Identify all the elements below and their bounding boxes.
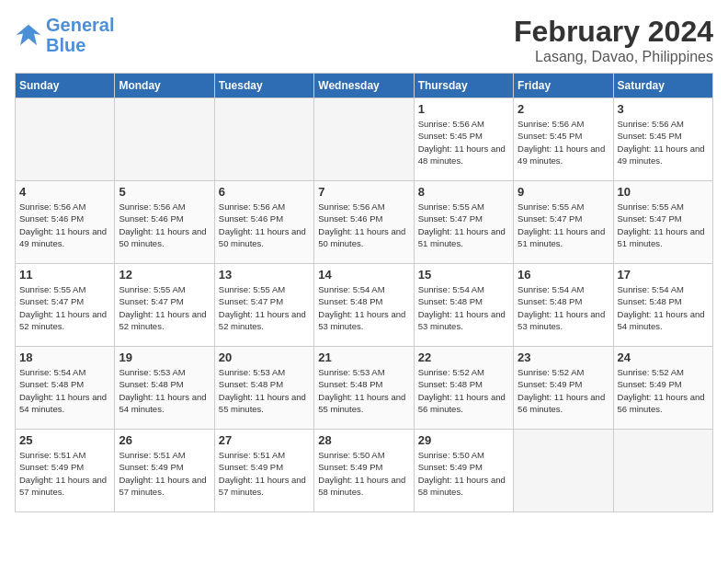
day-info: Sunrise: 5:56 AMSunset: 5:45 PMDaylight:… bbox=[518, 118, 609, 167]
day-number: 13 bbox=[219, 268, 310, 282]
month-year-title: February 2024 bbox=[514, 15, 713, 49]
day-number: 17 bbox=[618, 268, 709, 282]
day-number: 5 bbox=[119, 185, 210, 199]
calendar-cell: 20Sunrise: 5:53 AMSunset: 5:48 PMDayligh… bbox=[214, 347, 313, 430]
calendar-week-row: 1Sunrise: 5:56 AMSunset: 5:45 PMDaylight… bbox=[16, 98, 713, 181]
logo-icon bbox=[15, 21, 42, 49]
day-number: 25 bbox=[19, 433, 110, 447]
day-info: Sunrise: 5:51 AMSunset: 5:49 PMDaylight:… bbox=[219, 449, 310, 498]
calendar-cell: 14Sunrise: 5:54 AMSunset: 5:48 PMDayligh… bbox=[314, 264, 414, 347]
day-info: Sunrise: 5:56 AMSunset: 5:45 PMDaylight:… bbox=[418, 118, 509, 167]
logo-text: General Blue bbox=[46, 15, 114, 55]
day-info: Sunrise: 5:55 AMSunset: 5:47 PMDaylight:… bbox=[518, 201, 609, 249]
calendar-cell bbox=[115, 98, 214, 181]
weekday-header-sunday: Sunday bbox=[16, 74, 115, 98]
day-number: 4 bbox=[19, 185, 110, 199]
calendar-cell: 21Sunrise: 5:53 AMSunset: 5:48 PMDayligh… bbox=[314, 347, 414, 430]
page-header: General Blue February 2024 Lasang, Davao… bbox=[15, 15, 713, 65]
title-area: February 2024 Lasang, Davao, Philippines bbox=[514, 15, 713, 65]
day-info: Sunrise: 5:54 AMSunset: 5:48 PMDaylight:… bbox=[19, 366, 110, 415]
day-number: 11 bbox=[19, 268, 110, 282]
weekday-header-monday: Monday bbox=[115, 74, 214, 98]
day-info: Sunrise: 5:52 AMSunset: 5:49 PMDaylight:… bbox=[518, 366, 609, 415]
calendar-week-row: 18Sunrise: 5:54 AMSunset: 5:48 PMDayligh… bbox=[16, 347, 713, 430]
day-info: Sunrise: 5:54 AMSunset: 5:48 PMDaylight:… bbox=[418, 283, 509, 332]
day-number: 16 bbox=[518, 268, 609, 282]
calendar-table: SundayMondayTuesdayWednesdayThursdayFrid… bbox=[15, 73, 713, 512]
day-info: Sunrise: 5:50 AMSunset: 5:49 PMDaylight:… bbox=[418, 449, 509, 498]
calendar-cell: 18Sunrise: 5:54 AMSunset: 5:48 PMDayligh… bbox=[16, 347, 115, 430]
day-info: Sunrise: 5:56 AMSunset: 5:45 PMDaylight:… bbox=[618, 118, 709, 167]
weekday-header-row: SundayMondayTuesdayWednesdayThursdayFrid… bbox=[16, 74, 713, 98]
day-info: Sunrise: 5:52 AMSunset: 5:48 PMDaylight:… bbox=[418, 366, 509, 415]
day-number: 10 bbox=[618, 185, 709, 199]
day-number: 24 bbox=[618, 350, 709, 364]
calendar-cell: 19Sunrise: 5:53 AMSunset: 5:48 PMDayligh… bbox=[115, 347, 214, 430]
day-number: 6 bbox=[219, 185, 310, 199]
day-number: 20 bbox=[219, 350, 310, 364]
weekday-header-friday: Friday bbox=[514, 74, 613, 98]
day-number: 28 bbox=[318, 433, 409, 447]
calendar-cell: 17Sunrise: 5:54 AMSunset: 5:48 PMDayligh… bbox=[613, 264, 712, 347]
calendar-cell bbox=[214, 98, 313, 181]
day-info: Sunrise: 5:56 AMSunset: 5:46 PMDaylight:… bbox=[318, 201, 409, 249]
day-info: Sunrise: 5:53 AMSunset: 5:48 PMDaylight:… bbox=[219, 366, 310, 415]
calendar-week-row: 11Sunrise: 5:55 AMSunset: 5:47 PMDayligh… bbox=[16, 264, 713, 347]
calendar-cell: 7Sunrise: 5:56 AMSunset: 5:46 PMDaylight… bbox=[314, 181, 414, 264]
calendar-cell: 2Sunrise: 5:56 AMSunset: 5:45 PMDaylight… bbox=[514, 98, 613, 181]
day-number: 23 bbox=[518, 350, 609, 364]
day-number: 22 bbox=[418, 350, 509, 364]
day-number: 12 bbox=[119, 268, 210, 282]
calendar-cell: 29Sunrise: 5:50 AMSunset: 5:49 PMDayligh… bbox=[414, 430, 513, 512]
calendar-cell: 10Sunrise: 5:55 AMSunset: 5:47 PMDayligh… bbox=[613, 181, 712, 264]
weekday-header-thursday: Thursday bbox=[414, 74, 513, 98]
day-info: Sunrise: 5:54 AMSunset: 5:48 PMDaylight:… bbox=[618, 283, 709, 332]
calendar-header: SundayMondayTuesdayWednesdayThursdayFrid… bbox=[16, 74, 713, 98]
calendar-cell: 13Sunrise: 5:55 AMSunset: 5:47 PMDayligh… bbox=[214, 264, 313, 347]
calendar-body: 1Sunrise: 5:56 AMSunset: 5:45 PMDaylight… bbox=[16, 98, 713, 512]
day-info: Sunrise: 5:53 AMSunset: 5:48 PMDaylight:… bbox=[119, 366, 210, 415]
calendar-cell: 28Sunrise: 5:50 AMSunset: 5:49 PMDayligh… bbox=[314, 430, 414, 512]
calendar-cell bbox=[514, 430, 613, 512]
day-number: 14 bbox=[318, 268, 409, 282]
calendar-week-row: 4Sunrise: 5:56 AMSunset: 5:46 PMDaylight… bbox=[16, 181, 713, 264]
weekday-header-wednesday: Wednesday bbox=[314, 74, 414, 98]
day-info: Sunrise: 5:51 AMSunset: 5:49 PMDaylight:… bbox=[19, 449, 110, 498]
day-number: 2 bbox=[518, 102, 609, 116]
day-number: 1 bbox=[418, 102, 509, 116]
calendar-cell: 9Sunrise: 5:55 AMSunset: 5:47 PMDaylight… bbox=[514, 181, 613, 264]
calendar-cell: 27Sunrise: 5:51 AMSunset: 5:49 PMDayligh… bbox=[214, 430, 313, 512]
day-number: 8 bbox=[418, 185, 509, 199]
calendar-cell: 25Sunrise: 5:51 AMSunset: 5:49 PMDayligh… bbox=[16, 430, 115, 512]
calendar-cell: 12Sunrise: 5:55 AMSunset: 5:47 PMDayligh… bbox=[115, 264, 214, 347]
day-info: Sunrise: 5:55 AMSunset: 5:47 PMDaylight:… bbox=[119, 283, 210, 332]
day-info: Sunrise: 5:56 AMSunset: 5:46 PMDaylight:… bbox=[119, 201, 210, 249]
calendar-cell: 24Sunrise: 5:52 AMSunset: 5:49 PMDayligh… bbox=[613, 347, 712, 430]
day-number: 19 bbox=[119, 350, 210, 364]
calendar-cell bbox=[613, 430, 712, 512]
day-number: 26 bbox=[119, 433, 210, 447]
weekday-header-tuesday: Tuesday bbox=[214, 74, 313, 98]
weekday-header-saturday: Saturday bbox=[613, 74, 712, 98]
day-number: 3 bbox=[618, 102, 709, 116]
day-info: Sunrise: 5:55 AMSunset: 5:47 PMDaylight:… bbox=[618, 201, 709, 249]
day-info: Sunrise: 5:50 AMSunset: 5:49 PMDaylight:… bbox=[318, 449, 409, 498]
location-subtitle: Lasang, Davao, Philippines bbox=[514, 49, 713, 65]
calendar-cell: 3Sunrise: 5:56 AMSunset: 5:45 PMDaylight… bbox=[613, 98, 712, 181]
calendar-cell: 23Sunrise: 5:52 AMSunset: 5:49 PMDayligh… bbox=[514, 347, 613, 430]
day-number: 29 bbox=[418, 433, 509, 447]
calendar-cell: 22Sunrise: 5:52 AMSunset: 5:48 PMDayligh… bbox=[414, 347, 513, 430]
day-number: 7 bbox=[318, 185, 409, 199]
calendar-cell: 8Sunrise: 5:55 AMSunset: 5:47 PMDaylight… bbox=[414, 181, 513, 264]
day-number: 15 bbox=[418, 268, 509, 282]
calendar-cell: 15Sunrise: 5:54 AMSunset: 5:48 PMDayligh… bbox=[414, 264, 513, 347]
day-info: Sunrise: 5:55 AMSunset: 5:47 PMDaylight:… bbox=[19, 283, 110, 332]
day-info: Sunrise: 5:56 AMSunset: 5:46 PMDaylight:… bbox=[19, 201, 110, 249]
logo: General Blue bbox=[15, 15, 114, 55]
day-info: Sunrise: 5:56 AMSunset: 5:46 PMDaylight:… bbox=[219, 201, 310, 249]
day-number: 18 bbox=[19, 350, 110, 364]
day-info: Sunrise: 5:55 AMSunset: 5:47 PMDaylight:… bbox=[418, 201, 509, 249]
calendar-cell: 26Sunrise: 5:51 AMSunset: 5:49 PMDayligh… bbox=[115, 430, 214, 512]
day-number: 21 bbox=[318, 350, 409, 364]
day-info: Sunrise: 5:54 AMSunset: 5:48 PMDaylight:… bbox=[518, 283, 609, 332]
